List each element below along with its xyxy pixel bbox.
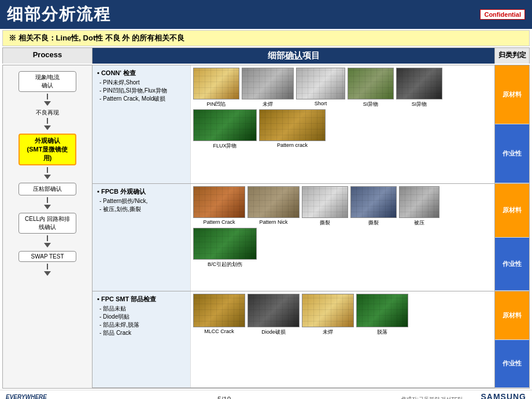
img-bc-scratch: B/C引起的划伤 xyxy=(193,228,257,268)
img-si-foreign1: SI异物 xyxy=(348,68,394,108)
conn-img-row1: PIN凹陷 未焊 Short SI异物 xyxy=(193,68,442,108)
img-unwelded: 未焊 xyxy=(242,68,294,108)
img-pattern-crack2-label: Pattern Crack xyxy=(203,219,235,225)
classify-work-3: 作业性 xyxy=(495,340,529,388)
samsung-name: SAMSUNG xyxy=(481,392,526,399)
process-label-reoccur: 不良再现 xyxy=(36,109,59,117)
img-flux-placeholder xyxy=(193,109,257,141)
arrow-4 xyxy=(44,197,51,211)
section-smt: • FPC SMT 部品检查 - 部品未贴 - Diode弱贴 - 部品未焊,脱… xyxy=(93,291,494,389)
img-falloff-label: 脱落 xyxy=(377,328,387,336)
section-conn-images: PIN凹陷 未焊 Short SI异物 xyxy=(191,65,494,183)
img-tear1-label: 撕裂 xyxy=(320,219,330,227)
section-fpcb: • FPCB 外观确认 - Pattern损伤/Nick, - 被压,划伤,撕裂… xyxy=(93,184,494,291)
img-unwelded-placeholder xyxy=(242,68,294,99)
img-press: 被压 xyxy=(399,186,439,227)
img-mlcc-label: MLCC Crack xyxy=(204,328,234,334)
img-short-placeholder xyxy=(296,68,345,99)
img-si-foreign2-label: SI异物 xyxy=(412,101,427,108)
fpcb-img-row1: Pattern Crack Pattern Nick 撕裂 撕裂 xyxy=(193,186,439,227)
img-falloff: 脱落 xyxy=(356,294,408,336)
section-smt-images: MLCC Crack Diode破损 未焊 脱落 xyxy=(191,291,494,388)
img-unwelded2-placeholder xyxy=(302,294,354,327)
process-step-highlight: 外观确认(SMT显微镜使用) xyxy=(19,134,76,165)
img-mlcc: MLCC Crack xyxy=(193,294,245,334)
section-fpcb-items: - Pattern损伤/Nick, - 被压,划伤,撕裂 xyxy=(99,197,186,213)
column-headers: Process 细部确认项目 归类判定 xyxy=(2,47,530,64)
classify-column: 原材料 作业性 原材料 作业性 原材料 作业性 xyxy=(494,65,529,388)
img-si-foreign1-label: SI异物 xyxy=(363,101,379,108)
img-unwelded2-label: 未焊 xyxy=(323,328,333,336)
img-pin-dent-label: PIN凹陷 xyxy=(206,101,226,108)
section-smt-desc: • FPC SMT 部品检查 - 部品未贴 - Diode弱贴 - 部品未焊,脱… xyxy=(93,291,191,388)
section-fpcb-images: Pattern Crack Pattern Nick 撕裂 撕裂 xyxy=(191,184,494,291)
process-step-cell: CELL内 回路和排线确认 xyxy=(19,213,76,234)
classify-raw-material-3: 原材料 xyxy=(495,291,529,339)
footer-author: 作成자:구동불량 개선TF팀 xyxy=(401,396,463,399)
section-fpcb-title: • FPCB 外观确认 xyxy=(97,187,186,196)
footer-everywhere: EVERYWHERE xyxy=(6,394,47,400)
detail-column: • CONN' 检查 - PIN未焊,Short - PIN凹陷,SI异物,Fl… xyxy=(93,65,494,388)
img-falloff-placeholder xyxy=(356,294,408,327)
img-short-label: Short xyxy=(315,101,327,106)
process-column: 现象/电流确认 不良再现 外观确认(SMT显微镜使用) 压粘部确认 CELL内 … xyxy=(3,65,93,388)
samsung-logo: SAMSUNG MOBILE DISPLAY xyxy=(472,392,526,399)
header: 细部分析流程 Confidential xyxy=(0,0,532,29)
img-si-foreign2-placeholder xyxy=(396,68,442,99)
arrow-5 xyxy=(44,235,51,249)
img-pin-dent-placeholder xyxy=(193,68,239,99)
img-tear1: 撕裂 xyxy=(302,186,348,227)
col-classify-header: 归类判定 xyxy=(494,48,529,64)
img-unwelded-label: 未焊 xyxy=(263,101,273,108)
img-pattern-crack1-label: Pattern crack xyxy=(277,142,308,148)
img-pattern-nick-placeholder xyxy=(247,186,300,218)
img-tear1-placeholder xyxy=(302,186,348,218)
arrow-1 xyxy=(44,94,51,108)
img-diode-label: Diode破损 xyxy=(261,328,286,336)
img-pattern-crack2-placeholder xyxy=(193,186,245,218)
img-bc-scratch-label: B/C引起的划伤 xyxy=(208,261,242,268)
page-number: 5/19 xyxy=(217,396,231,400)
img-tear2-placeholder xyxy=(350,186,397,218)
conn-img-row2: FLUX异物 Pattern crack xyxy=(193,109,326,150)
section-conn-items: - PIN未焊,Short - PIN凹陷,SI异物,Flux异物 - Patt… xyxy=(99,79,186,103)
section-smt-title: • FPC SMT 部品检查 xyxy=(97,295,186,304)
section-smt-items: - 部品未贴 - Diode弱贴 - 部品未焊,脱落 - 部品 Crack xyxy=(99,305,186,337)
img-diode-placeholder xyxy=(247,294,300,327)
arrow-2 xyxy=(44,118,51,132)
process-step-swap: SWAP TEST xyxy=(19,251,76,262)
img-diode: Diode破损 xyxy=(247,294,300,336)
img-si-foreign1-placeholder xyxy=(348,68,394,99)
img-tear2: 撕裂 xyxy=(350,186,397,227)
section-conn-desc: • CONN' 检查 - PIN未焊,Short - PIN凹陷,SI异物,Fl… xyxy=(93,65,191,183)
img-pattern-crack1: Pattern crack xyxy=(259,109,326,148)
img-pattern-crack2: Pattern Crack xyxy=(193,186,245,225)
col-detail-header: 细部确认项目 xyxy=(93,48,494,64)
classify-raw-material-2: 原材料 xyxy=(495,184,529,238)
img-pattern-nick-label: Pattern Nick xyxy=(259,219,287,225)
page-title: 细部分析流程 xyxy=(7,3,111,25)
fpcb-img-row2: B/C引起的划伤 xyxy=(193,228,257,268)
img-press-placeholder xyxy=(399,186,439,218)
classify-section3: 原材料 作业性 xyxy=(495,291,529,388)
section-conn: • CONN' 检查 - PIN未焊,Short - PIN凹陷,SI异物,Fl… xyxy=(93,65,494,184)
main-content: 现象/电流确认 不良再现 外观确认(SMT显微镜使用) 压粘部确认 CELL内 … xyxy=(2,65,530,389)
img-pattern-crack1-placeholder xyxy=(259,109,326,141)
process-step-press: 压粘部确认 xyxy=(19,183,76,195)
classify-section2: 原材料 作业性 xyxy=(495,184,529,291)
confidential-badge: Confidential xyxy=(480,9,525,20)
col-process-header: Process xyxy=(3,48,93,64)
img-bc-scratch-placeholder xyxy=(193,228,257,260)
img-si-foreign2: SI异物 xyxy=(396,68,442,108)
classify-raw-material-1: 原材料 xyxy=(495,65,529,124)
classify-work-2: 作业性 xyxy=(495,238,529,291)
footer-logo-text: EVERYWHERE WITH YOUR EYES xyxy=(6,394,47,400)
arrow-3 xyxy=(44,167,51,181)
img-mlcc-placeholder xyxy=(193,294,245,327)
img-pin-dent: PIN凹陷 xyxy=(193,68,239,108)
img-press-label: 被压 xyxy=(414,219,424,227)
img-unwelded2: 未焊 xyxy=(302,294,354,336)
classify-work-1: 作业性 xyxy=(495,124,529,183)
section-conn-title: • CONN' 检查 xyxy=(97,69,186,77)
img-pattern-nick: Pattern Nick xyxy=(247,186,300,225)
